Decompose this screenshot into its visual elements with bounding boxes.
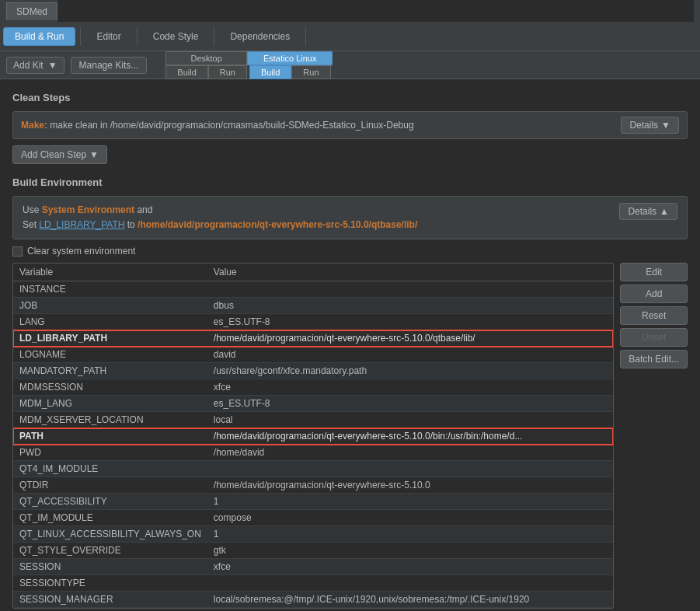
estatico-linux-config-group: Estatico Linux Build Run — [247, 51, 333, 79]
nav-separator-4 — [305, 27, 306, 46]
clean-steps-header: Clean Steps — [12, 92, 688, 103]
desktop-sub-tabs: Build Run — [165, 65, 247, 79]
variable-cell: LOGNAME — [13, 347, 207, 363]
value-col-header: Value — [207, 264, 602, 281]
details-up-icon: ▲ — [660, 206, 669, 217]
table-row[interactable]: PATH/home/david/programacion/qt-everywhe… — [13, 428, 613, 445]
code-style-link[interactable]: Code Style — [142, 28, 210, 45]
make-label: Make: — [21, 120, 47, 131]
table-row[interactable]: INSTANCE — [13, 281, 613, 298]
value-cell: xfce — [207, 379, 602, 396]
variable-col-header: Variable — [13, 264, 207, 281]
table-row[interactable]: QT_ACCESSIBILITY1 — [13, 494, 613, 510]
make-bar: Make: make clean in /home/david/programa… — [12, 111, 688, 139]
add-button[interactable]: Add — [620, 285, 688, 303]
estatico-linux-group-label[interactable]: Estatico Linux — [247, 51, 333, 65]
value-cell — [207, 575, 602, 592]
estatico-linux-sub-tabs: Build Run — [249, 65, 331, 79]
build-environment-header: Build Environment — [12, 176, 688, 188]
value-cell — [207, 461, 602, 477]
table-row[interactable]: LANGes_ES.UTF-8 — [13, 314, 613, 330]
build-env-details-button[interactable]: Details ▲ — [619, 203, 677, 220]
build-run-button[interactable]: Build & Run — [3, 27, 75, 46]
value-cell: dbus — [207, 298, 602, 314]
variable-cell: MDM_XSERVER_LOCATION — [13, 412, 207, 428]
table-row[interactable]: QT_STYLE_OVERRIDEgtk — [13, 543, 613, 559]
main-content: Clean Steps Make: make clean in /home/da… — [0, 79, 700, 611]
kit-bar: Add Kit ▼ Manage Kits... Desktop Build R… — [0, 51, 700, 79]
config-tabs: Desktop Build Run Estatico Linux Build R… — [165, 51, 333, 79]
editor-link[interactable]: Editor — [85, 28, 131, 45]
table-row[interactable]: QT4_IM_MODULE — [13, 461, 613, 477]
table-row[interactable]: LOGNAMEdavid — [13, 347, 613, 363]
env-info-text: Use System Environment and Set LD_LIBRAR… — [23, 203, 417, 232]
env-table: Variable Value INSTANCEJOBdbusLANGes_ES.… — [13, 264, 613, 608]
variable-cell: QTDIR — [13, 477, 207, 494]
value-cell: 1 — [207, 494, 602, 510]
variable-cell: QT4_IM_MODULE — [13, 461, 207, 477]
table-row[interactable]: PWD/home/david — [13, 445, 613, 461]
unset-button[interactable]: Unset — [620, 328, 688, 347]
add-kit-dropdown[interactable]: Add Kit ▼ — [6, 57, 64, 74]
env-table-body: INSTANCEJOBdbusLANGes_ES.UTF-8LD_LIBRARY… — [13, 281, 613, 608]
clear-env-label: Clear system environment — [27, 246, 135, 257]
table-row[interactable]: MDMSESSIONxfce — [13, 379, 613, 396]
app-title-tab: SDMed — [6, 2, 57, 20]
desktop-build-tab[interactable]: Build — [165, 65, 207, 79]
add-clean-step-button[interactable]: Add Clean Step ▼ — [12, 145, 107, 164]
add-kit-label: Add Kit — [13, 60, 44, 71]
desktop-run-tab[interactable]: Run — [208, 65, 247, 79]
variable-cell: SESSIONTYPE — [13, 575, 207, 592]
batch-edit-button[interactable]: Batch Edit... — [620, 350, 688, 368]
clear-env-row: Clear system environment — [12, 246, 688, 257]
app-title: SDMed — [16, 6, 47, 17]
value-cell: es_ES.UTF-8 — [207, 396, 602, 412]
ld-library-path-link[interactable]: LD_LIBRARY_PATH — [39, 219, 124, 230]
table-row[interactable]: SESSIONTYPE — [13, 575, 613, 592]
value-cell: /home/david/programacion/qt-everywhere-s… — [207, 477, 602, 494]
table-row[interactable]: QT_LINUX_ACCESSIBILITY_ALWAYS_ON1 — [13, 526, 613, 543]
table-row[interactable]: QTDIR/home/david/programacion/qt-everywh… — [13, 477, 613, 494]
variable-cell: QT_LINUX_ACCESSIBILITY_ALWAYS_ON — [13, 526, 207, 543]
variable-cell: JOB — [13, 298, 207, 314]
value-cell: local/sobremesa:@/tmp/.ICE-unix/1920,uni… — [207, 592, 602, 608]
table-row[interactable]: SESSION_MANAGERlocal/sobremesa:@/tmp/.IC… — [13, 592, 613, 608]
env-table-container: Variable Value INSTANCEJOBdbusLANGes_ES.… — [12, 263, 688, 609]
dependencies-link[interactable]: Dependencies — [219, 28, 301, 45]
desktop-config-group: Desktop Build Run — [165, 51, 247, 79]
add-clean-dropdown-icon: ▼ — [89, 149, 99, 160]
env-table-header-row: Variable Value — [13, 264, 613, 281]
clean-details-button[interactable]: Details ▼ — [621, 117, 679, 134]
value-cell: david — [207, 347, 602, 363]
scroll-header — [602, 264, 613, 281]
nav-separator-2 — [137, 27, 138, 46]
edit-button[interactable]: Edit — [620, 263, 688, 281]
table-row[interactable]: MDM_XSERVER_LOCATIONlocal — [13, 412, 613, 428]
value-cell: compose — [207, 510, 602, 526]
variable-cell: PWD — [13, 445, 207, 461]
dropdown-arrow-icon: ▼ — [48, 60, 57, 71]
variable-cell: MDM_LANG — [13, 396, 207, 412]
title-bar: SDMed — [0, 0, 700, 22]
estatico-linux-run-tab[interactable]: Run — [291, 65, 330, 79]
desktop-group-label[interactable]: Desktop — [165, 51, 247, 65]
reset-button[interactable]: Reset — [620, 306, 688, 325]
value-cell: /home/david/programacion/qt-everywhere-s… — [207, 330, 602, 347]
env-buttons: Edit Add Reset Unset Batch Edit... — [620, 263, 688, 368]
table-row[interactable]: LD_LIBRARY_PATH/home/david/programacion/… — [13, 330, 613, 347]
table-row[interactable]: SESSIONxfce — [13, 559, 613, 575]
variable-cell: MANDATORY_PATH — [13, 363, 207, 379]
details-dropdown-icon: ▼ — [661, 120, 670, 131]
table-row[interactable]: MDM_LANGes_ES.UTF-8 — [13, 396, 613, 412]
variable-cell: SESSION_MANAGER — [13, 592, 207, 608]
table-row[interactable]: QT_IM_MODULEcompose — [13, 510, 613, 526]
clear-env-checkbox[interactable] — [12, 246, 23, 257]
estatico-linux-build-tab[interactable]: Build — [249, 65, 291, 79]
value-cell: /home/david — [207, 445, 602, 461]
table-row[interactable]: MANDATORY_PATH/usr/share/gconf/xfce.mand… — [13, 363, 613, 379]
make-text: Make: make clean in /home/david/programa… — [21, 120, 621, 131]
variable-cell: QT_STYLE_OVERRIDE — [13, 543, 207, 559]
nav-separator-3 — [214, 27, 214, 46]
manage-kits-button[interactable]: Manage Kits... — [71, 57, 148, 74]
table-row[interactable]: JOBdbus — [13, 298, 613, 314]
